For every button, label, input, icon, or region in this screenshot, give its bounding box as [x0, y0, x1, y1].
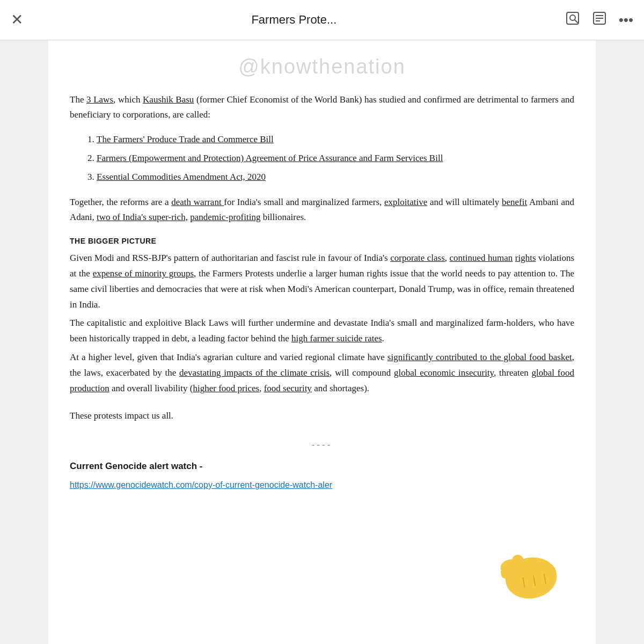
exploitative-link[interactable]: exploitative [384, 197, 427, 207]
bills-list: The Farmers' Produce Trade and Commerce … [97, 132, 574, 185]
browser-bar: ✕ Farmers Prote... ••• [0, 0, 644, 40]
intro-paragraph: The 3 Laws, which Kaushik Basu (former C… [70, 92, 574, 122]
svg-line-2 [575, 20, 577, 23]
higher-level-text4: , threaten [494, 368, 532, 378]
reader-icon[interactable] [592, 11, 607, 30]
genocide-link[interactable]: https://www.genocidewatch.com/copy-of-cu… [70, 480, 332, 489]
bigger-text-1: Given Modi and RSS-BJP's pattern of auth… [70, 253, 390, 263]
corporate-link[interactable]: corporate class [390, 253, 445, 263]
higher-level-para: At a higher level, given that India's ag… [70, 350, 574, 397]
section-heading: THE BIGGER PICTURE [70, 237, 574, 245]
pandemic-link[interactable]: pandemic-profiting [190, 212, 260, 222]
food-security-link[interactable]: food security [264, 383, 312, 393]
browser-icons: ••• [565, 11, 633, 30]
black-laws-text2: . [382, 333, 384, 343]
protests-line: These protests impact us all. [70, 408, 574, 423]
food-basket-link[interactable]: significantly contributed to the global … [387, 352, 572, 362]
higher-level-text7: and shortages). [312, 383, 369, 393]
continued-link[interactable]: continued human [450, 253, 513, 263]
together-paragraph: Together, the reforms are a death warran… [70, 195, 574, 225]
expense-link[interactable]: expense of minority groups [93, 268, 194, 279]
rights-link[interactable]: rights [515, 253, 536, 263]
bigger-picture-para1: Given Modi and RSS-BJP's pattern of auth… [70, 251, 574, 313]
together-text: Together, the reforms are a [70, 197, 171, 207]
climate-link[interactable]: devastating impacts of the climate crisi… [179, 368, 330, 378]
higher-level-text3: , will compound [330, 368, 394, 378]
bill-3-link[interactable]: Essential Commodities Amendment Act, 202… [97, 172, 266, 182]
black-laws-para: The capitalistic and exploitive Black La… [70, 316, 574, 347]
higher-level-text5: and overall livability ( [109, 383, 193, 393]
list-item: The Farmers' Produce Trade and Commerce … [97, 132, 574, 148]
close-button[interactable]: ✕ [11, 12, 23, 27]
economic-link[interactable]: global economic insecurity [394, 368, 494, 378]
super-rich-link[interactable]: two of India's super-rich, [97, 212, 188, 222]
watermark: @knowthenation [70, 46, 574, 84]
higher-level-text6: , [259, 383, 264, 393]
page-content: @knowthenation The 3 Laws, which Kaushik… [48, 40, 596, 644]
search-icon[interactable] [565, 11, 580, 30]
list-item: Essential Commodities Amendment Act, 202… [97, 170, 574, 185]
intro-text-middle1: , which [113, 94, 143, 105]
intro-text-before: The [70, 94, 86, 105]
benefit-link[interactable]: benefit [502, 197, 527, 207]
hand-pointing-icon [493, 538, 569, 620]
laws-link[interactable]: 3 Laws [86, 94, 113, 105]
together-text5: billionaires. [260, 212, 306, 222]
together-text3: and will ultimately [427, 197, 502, 207]
suicide-link[interactable]: high farmer suicide rates [291, 333, 382, 343]
list-item: Farmers (Empowerment and Protection) Agr… [97, 151, 574, 166]
death-warrant-link[interactable]: death warrant [171, 197, 224, 207]
section-divider: ---- [70, 440, 574, 450]
food-prices-link[interactable]: higher food prices [193, 383, 259, 393]
bigger-text-2: , [445, 253, 450, 263]
bill-1-link[interactable]: The Farmers' Produce Trade and Commerce … [97, 134, 274, 144]
higher-level-text: At a higher level, given that India's ag… [70, 352, 387, 362]
kaushik-link[interactable]: Kaushik Basu [143, 94, 194, 105]
together-text2: for India's small and marginalized farme… [224, 197, 384, 207]
genocide-heading: Current Genocide alert watch - [70, 461, 574, 472]
bill-2-link[interactable]: Farmers (Empowerment and Protection) Agr… [97, 153, 443, 163]
page-title: Farmers Prote... [34, 13, 554, 27]
more-icon[interactable]: ••• [619, 12, 633, 28]
